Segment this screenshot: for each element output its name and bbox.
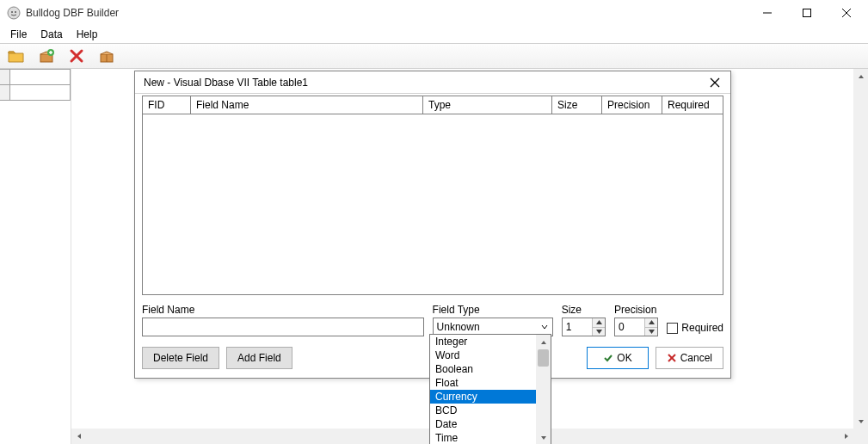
col-fid[interactable]: FID: [143, 96, 191, 114]
precision-spinner[interactable]: 0: [614, 318, 658, 336]
cancel-button[interactable]: Cancel: [656, 347, 723, 369]
fields-grid[interactable]: FID Field Name Type Size Precision Requi…: [142, 96, 723, 295]
x-icon: [667, 353, 677, 363]
precision-value: 0: [619, 321, 625, 333]
dropdown-option[interactable]: Time: [430, 431, 536, 444]
size-down-button[interactable]: [593, 328, 605, 336]
menu-data[interactable]: Data: [34, 27, 69, 42]
add-field-button[interactable]: Add Field: [226, 347, 292, 369]
svg-rect-4: [803, 9, 811, 17]
dropdown-option[interactable]: BCD: [430, 404, 536, 417]
svg-point-1: [11, 11, 13, 13]
dropdown-scrollbar[interactable]: [536, 335, 551, 444]
scroll-left-icon[interactable]: [71, 429, 86, 443]
precision-label: Precision: [614, 304, 658, 316]
maximize-button[interactable]: [787, 0, 827, 26]
col-type[interactable]: Type: [423, 96, 552, 114]
scroll-down-icon[interactable]: [853, 414, 868, 429]
col-fieldname[interactable]: Field Name: [191, 96, 423, 114]
check-icon: [603, 353, 613, 363]
scroll-up-icon[interactable]: [853, 69, 868, 83]
dialog-close-button[interactable]: [705, 72, 725, 93]
fieldtype-label: Field Type: [433, 304, 553, 316]
scroll-down-icon[interactable]: [536, 430, 551, 444]
delete-field-button[interactable]: Delete Field: [142, 347, 219, 369]
size-spinner[interactable]: 1: [562, 318, 606, 336]
dropdown-option[interactable]: Currency: [430, 390, 536, 404]
dialog-titlebar[interactable]: New - Visual Dbase VII Table table1: [135, 71, 730, 94]
toolbar: [0, 43, 868, 69]
dropdown-option[interactable]: Integer: [430, 335, 536, 348]
menu-file[interactable]: File: [3, 27, 34, 42]
left-panel: [0, 69, 71, 444]
svg-point-2: [15, 11, 16, 13]
grid-header: FID Field Name Type Size Precision Requi…: [143, 96, 723, 114]
ok-button[interactable]: OK: [587, 347, 648, 369]
window-title: Bulldog DBF Builder: [26, 7, 119, 19]
scrollbar-thumb[interactable]: [538, 349, 549, 367]
precision-down-button[interactable]: [645, 328, 657, 336]
delete-x-button[interactable]: [62, 44, 91, 68]
svg-point-0: [8, 7, 20, 19]
new-table-dialog: New - Visual Dbase VII Table table1 FID …: [134, 71, 731, 379]
size-value: 1: [566, 321, 572, 333]
col-required[interactable]: Required: [662, 96, 723, 114]
add-to-box-button[interactable]: [32, 44, 61, 68]
dialog-title: New - Visual Dbase VII Table table1: [144, 77, 308, 89]
col-precision[interactable]: Precision: [602, 96, 662, 114]
fieldtype-value: Unknown: [437, 321, 480, 333]
fieldname-label: Field Name: [142, 304, 424, 316]
close-button[interactable]: [827, 0, 866, 26]
menu-bar: File Data Help: [0, 26, 868, 43]
window-titlebar: Bulldog DBF Builder: [0, 0, 868, 26]
size-up-button[interactable]: [593, 318, 605, 328]
dropdown-option[interactable]: Boolean: [430, 362, 536, 376]
dropdown-option[interactable]: Word: [430, 348, 536, 362]
scroll-up-icon[interactable]: [536, 335, 551, 349]
app-icon: [7, 6, 21, 20]
fieldname-input[interactable]: [142, 318, 424, 336]
box-button[interactable]: [92, 44, 121, 68]
vertical-scrollbar[interactable]: [853, 69, 868, 429]
dropdown-option[interactable]: Float: [430, 376, 536, 390]
menu-help[interactable]: Help: [70, 27, 105, 42]
open-folder-button[interactable]: [2, 44, 31, 68]
dropdown-option[interactable]: Date: [430, 417, 536, 431]
size-label: Size: [562, 304, 606, 316]
col-size[interactable]: Size: [552, 96, 602, 114]
scroll-right-icon[interactable]: [839, 429, 853, 443]
fieldtype-dropdown[interactable]: IntegerWordBooleanFloatCurrencyBCDDateTi…: [429, 334, 551, 444]
required-label: Required: [681, 322, 723, 334]
required-checkbox[interactable]: [667, 323, 678, 334]
precision-up-button[interactable]: [645, 318, 657, 328]
left-grid: [0, 69, 71, 101]
minimize-button[interactable]: [748, 0, 787, 26]
chevron-down-icon: [539, 321, 551, 333]
